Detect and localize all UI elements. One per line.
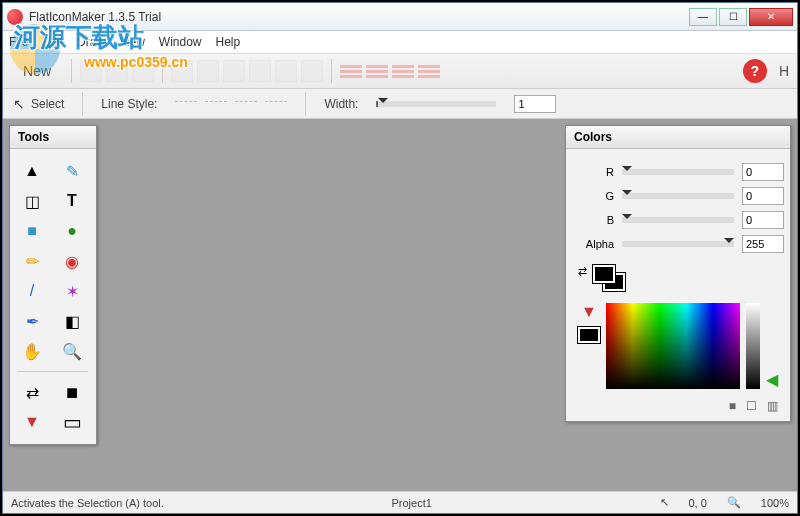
toolbar-separator xyxy=(331,59,332,83)
linestyle-label: Line Style: xyxy=(101,97,157,111)
window-controls: — ☐ ✕ xyxy=(689,8,793,26)
menu-view[interactable]: View xyxy=(119,35,145,49)
current-color-icon: ■ xyxy=(729,399,736,413)
main-toolbar: New ? H xyxy=(3,53,797,89)
help-label: H xyxy=(779,63,789,79)
rgb-controls: R G B Alpha xyxy=(566,149,790,261)
select-label: Select xyxy=(31,97,64,111)
menu-window[interactable]: Window xyxy=(159,35,202,49)
ellipse-tool[interactable]: ● xyxy=(58,219,86,243)
align-top-icon[interactable] xyxy=(249,60,271,82)
menu-edit[interactable]: Edit xyxy=(42,35,63,49)
b-label: B xyxy=(578,214,614,226)
menubar: File Edit Draw View Window Help xyxy=(3,31,797,53)
close-button[interactable]: ✕ xyxy=(749,8,793,26)
g-input[interactable] xyxy=(742,187,784,205)
toolbar-separator xyxy=(305,92,306,116)
menu-help[interactable]: Help xyxy=(216,35,241,49)
gradient-toggle-icon[interactable]: ▼ xyxy=(581,303,597,321)
window-title: FlatIconMaker 1.3.5 Trial xyxy=(29,10,689,24)
b-slider[interactable] xyxy=(622,217,734,223)
selection-tool[interactable]: ▲ xyxy=(18,159,46,183)
magic-wand-tool[interactable]: ✶ xyxy=(58,279,86,303)
stroke-swatch[interactable]: ▭ xyxy=(58,410,86,434)
align-left-icon[interactable] xyxy=(171,60,193,82)
color-picker-tool[interactable]: ✎ xyxy=(58,159,86,183)
lum-marker-icon[interactable]: ◀ xyxy=(766,370,778,389)
send-back-icon[interactable] xyxy=(366,65,388,78)
color-picker-row: ▼ ◀ xyxy=(566,303,790,397)
canvas-area[interactable]: Tools ▲ ✎ ◫ T ■ ● ✏ ◉ / ✶ ✒ ◧ ✋ 🔍 ⇄ ■ ▼ xyxy=(3,119,797,491)
linestyle-dot[interactable] xyxy=(235,101,257,107)
gradient-icon[interactable]: ▼ xyxy=(18,410,46,434)
align-center-icon[interactable] xyxy=(197,60,219,82)
cursor-coords-icon: ↖ xyxy=(660,496,669,509)
minimize-button[interactable]: — xyxy=(689,8,717,26)
tool-grid: ▲ ✎ ◫ T ■ ● ✏ ◉ / ✶ ✒ ◧ ✋ 🔍 ⇄ ■ ▼ ▭ xyxy=(10,149,96,444)
linestyle-solid[interactable] xyxy=(175,101,197,107)
marquee-tool[interactable]: ◉ xyxy=(58,249,86,273)
zoom-level: 100% xyxy=(761,497,789,509)
pen-tool[interactable]: ✒ xyxy=(18,309,46,333)
forward-icon[interactable] xyxy=(392,65,414,78)
arrange-group xyxy=(340,65,440,78)
g-label: G xyxy=(578,190,614,202)
fgbg-swatches[interactable] xyxy=(593,265,629,295)
align-middle-icon[interactable] xyxy=(275,60,297,82)
stroke-color-swatch[interactable] xyxy=(578,327,600,343)
width-input[interactable] xyxy=(514,95,556,113)
hand-tool[interactable]: ✋ xyxy=(18,339,46,363)
luminance-bar[interactable] xyxy=(746,303,760,389)
alpha-input[interactable] xyxy=(742,235,784,253)
alpha-slider[interactable] xyxy=(622,241,734,247)
linestyle-dash[interactable] xyxy=(205,101,227,107)
menu-draw[interactable]: Draw xyxy=(77,35,105,49)
menu-file[interactable]: File xyxy=(9,35,28,49)
rectangle-tool[interactable]: ■ xyxy=(18,219,46,243)
bring-front-icon[interactable] xyxy=(340,65,362,78)
cursor-icon: ↖ xyxy=(13,96,25,112)
brush-tool[interactable]: / xyxy=(18,279,46,303)
app-icon xyxy=(7,9,23,25)
linestyle-dashdot[interactable] xyxy=(265,101,287,107)
b-input[interactable] xyxy=(742,211,784,229)
foreground-swatch[interactable]: ■ xyxy=(58,380,86,404)
layer-ops-group xyxy=(80,60,154,82)
maximize-button[interactable]: ☐ xyxy=(719,8,747,26)
colors-panel-title: Colors xyxy=(566,126,790,149)
r-label: R xyxy=(578,166,614,178)
crop-tool[interactable]: ◫ xyxy=(18,189,46,213)
linestyle-options[interactable] xyxy=(175,101,287,107)
copy-icon[interactable] xyxy=(80,60,102,82)
picker-actions: ■ ☐ ▥ xyxy=(566,397,790,421)
tools-panel: Tools ▲ ✎ ◫ T ■ ● ✏ ◉ / ✶ ✒ ◧ ✋ 🔍 ⇄ ■ ▼ xyxy=(9,125,97,445)
align-bottom-icon[interactable] xyxy=(301,60,323,82)
help-button[interactable]: ? xyxy=(743,59,767,83)
alpha-label: Alpha xyxy=(578,238,614,250)
r-slider[interactable] xyxy=(622,169,734,175)
align-group xyxy=(171,60,323,82)
backward-icon[interactable] xyxy=(418,65,440,78)
pencil-tool[interactable]: ✏ xyxy=(18,249,46,273)
text-tool[interactable]: T xyxy=(58,189,86,213)
swap-fgbg-icon[interactable]: ⇄ xyxy=(578,265,587,278)
eraser-tool[interactable]: ◧ xyxy=(58,309,86,333)
zoom-tool[interactable]: 🔍 xyxy=(58,339,86,363)
width-slider[interactable] xyxy=(376,101,496,107)
toolbar-separator xyxy=(162,59,163,83)
new-button[interactable]: New xyxy=(11,59,63,83)
palette-icon[interactable]: ▥ xyxy=(767,399,778,413)
add-swatch-icon[interactable]: ☐ xyxy=(746,399,757,413)
align-right-icon[interactable] xyxy=(223,60,245,82)
swap-colors-icon[interactable]: ⇄ xyxy=(18,380,46,404)
color-spectrum[interactable] xyxy=(606,303,740,389)
r-input[interactable] xyxy=(742,163,784,181)
paste-icon[interactable] xyxy=(106,60,128,82)
statusbar: Activates the Selection (A) tool. Projec… xyxy=(3,491,797,513)
foreground-color-swatch[interactable] xyxy=(593,265,615,283)
select-indicator: ↖ Select xyxy=(13,96,64,112)
width-label: Width: xyxy=(324,97,358,111)
dup-icon[interactable] xyxy=(132,60,154,82)
titlebar: FlatIconMaker 1.3.5 Trial — ☐ ✕ xyxy=(3,3,797,31)
g-slider[interactable] xyxy=(622,193,734,199)
